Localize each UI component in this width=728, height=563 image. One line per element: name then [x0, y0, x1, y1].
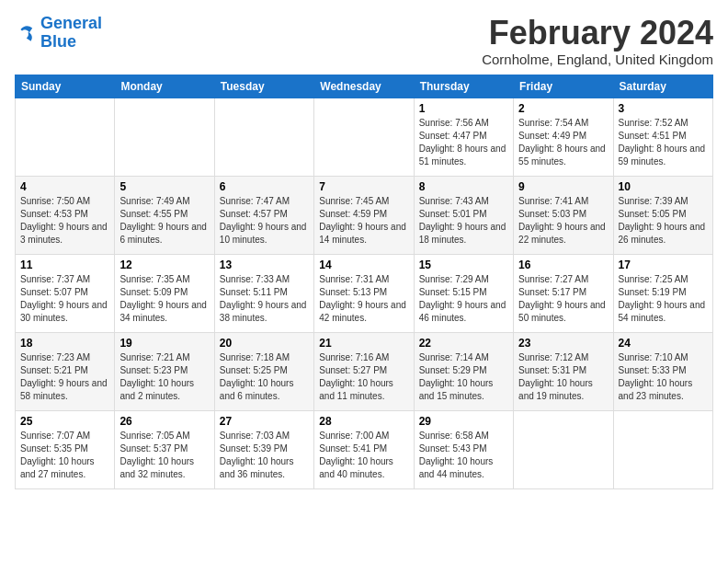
day-content: Sunrise: 7:27 AM Sunset: 5:17 PM Dayligh… [518, 273, 608, 325]
day-content: Sunrise: 7:50 AM Sunset: 4:53 PM Dayligh… [20, 195, 109, 247]
calendar-cell: 16Sunrise: 7:27 AM Sunset: 5:17 PM Dayli… [514, 254, 613, 332]
day-content: Sunrise: 7:45 AM Sunset: 4:59 PM Dayligh… [319, 195, 408, 247]
day-number: 7 [319, 180, 408, 193]
day-number: 23 [518, 337, 608, 350]
calendar-cell: 27Sunrise: 7:03 AM Sunset: 5:39 PM Dayli… [214, 410, 313, 488]
day-number: 1 [419, 102, 508, 115]
calendar-cell [214, 98, 313, 176]
calendar-cell: 22Sunrise: 7:14 AM Sunset: 5:29 PM Dayli… [414, 332, 513, 410]
calendar-cell [613, 410, 712, 488]
day-content: Sunrise: 7:16 AM Sunset: 5:27 PM Dayligh… [319, 351, 408, 403]
day-content: Sunrise: 7:10 AM Sunset: 5:33 PM Dayligh… [619, 351, 708, 403]
day-content: Sunrise: 7:52 AM Sunset: 4:51 PM Dayligh… [619, 117, 708, 168]
day-number: 25 [20, 415, 109, 428]
calendar-cell: 25Sunrise: 7:07 AM Sunset: 5:35 PM Dayli… [16, 410, 115, 488]
day-content: Sunrise: 7:14 AM Sunset: 5:29 PM Dayligh… [419, 351, 508, 403]
calendar-cell: 13Sunrise: 7:33 AM Sunset: 5:11 PM Dayli… [214, 254, 313, 332]
day-content: Sunrise: 7:00 AM Sunset: 5:41 PM Dayligh… [319, 430, 408, 481]
day-content: Sunrise: 7:21 AM Sunset: 5:23 PM Dayligh… [119, 351, 209, 403]
calendar-cell: 7Sunrise: 7:45 AM Sunset: 4:59 PM Daylig… [314, 176, 414, 254]
calendar-cell: 12Sunrise: 7:35 AM Sunset: 5:09 PM Dayli… [115, 254, 214, 332]
day-header-thursday: Thursday [414, 75, 513, 98]
title-block: February 2024 Cornholme, England, United… [482, 15, 713, 67]
calendar-cell: 19Sunrise: 7:21 AM Sunset: 5:23 PM Dayli… [115, 332, 214, 410]
day-number: 6 [220, 180, 309, 193]
calendar-week-1: 1Sunrise: 7:56 AM Sunset: 4:47 PM Daylig… [16, 98, 713, 176]
day-content: Sunrise: 7:25 AM Sunset: 5:19 PM Dayligh… [619, 273, 708, 325]
day-content: Sunrise: 7:39 AM Sunset: 5:05 PM Dayligh… [619, 195, 708, 247]
day-number: 9 [518, 180, 608, 193]
calendar-cell: 21Sunrise: 7:16 AM Sunset: 5:27 PM Dayli… [314, 332, 414, 410]
day-content: Sunrise: 7:05 AM Sunset: 5:37 PM Dayligh… [119, 430, 209, 481]
day-number: 4 [20, 180, 109, 193]
day-number: 22 [419, 337, 508, 350]
day-content: Sunrise: 7:31 AM Sunset: 5:13 PM Dayligh… [319, 273, 408, 325]
day-number: 18 [20, 337, 109, 350]
page-header: General Blue February 2024 Cornholme, En… [15, 15, 713, 67]
day-number: 29 [419, 415, 508, 428]
calendar-cell: 1Sunrise: 7:56 AM Sunset: 4:47 PM Daylig… [414, 98, 513, 176]
calendar-cell [514, 410, 613, 488]
day-header-wednesday: Wednesday [314, 75, 414, 98]
calendar-cell: 14Sunrise: 7:31 AM Sunset: 5:13 PM Dayli… [314, 254, 414, 332]
day-number: 17 [619, 259, 708, 271]
day-content: Sunrise: 7:33 AM Sunset: 5:11 PM Dayligh… [220, 273, 309, 325]
day-content: Sunrise: 7:47 AM Sunset: 4:57 PM Dayligh… [220, 195, 309, 247]
calendar-cell: 2Sunrise: 7:54 AM Sunset: 4:49 PM Daylig… [514, 98, 613, 176]
day-content: Sunrise: 7:56 AM Sunset: 4:47 PM Dayligh… [419, 117, 508, 168]
day-header-tuesday: Tuesday [214, 75, 313, 98]
day-content: Sunrise: 7:23 AM Sunset: 5:21 PM Dayligh… [20, 351, 109, 403]
day-content: Sunrise: 7:41 AM Sunset: 5:03 PM Dayligh… [518, 195, 608, 247]
calendar-week-4: 18Sunrise: 7:23 AM Sunset: 5:21 PM Dayli… [16, 332, 713, 410]
day-number: 14 [319, 259, 408, 271]
day-number: 20 [220, 337, 309, 350]
calendar-cell: 24Sunrise: 7:10 AM Sunset: 5:33 PM Dayli… [613, 332, 712, 410]
calendar-week-2: 4Sunrise: 7:50 AM Sunset: 4:53 PM Daylig… [16, 176, 713, 254]
day-number: 26 [119, 415, 209, 428]
day-content: Sunrise: 7:03 AM Sunset: 5:39 PM Dayligh… [220, 430, 309, 481]
day-number: 28 [319, 415, 408, 428]
day-header-monday: Monday [115, 75, 214, 98]
day-number: 11 [20, 259, 109, 271]
day-content: Sunrise: 7:29 AM Sunset: 5:15 PM Dayligh… [419, 273, 508, 325]
day-number: 13 [220, 259, 309, 271]
calendar-cell: 6Sunrise: 7:47 AM Sunset: 4:57 PM Daylig… [214, 176, 313, 254]
calendar-cell: 29Sunrise: 6:58 AM Sunset: 5:43 PM Dayli… [414, 410, 513, 488]
day-number: 10 [619, 180, 708, 193]
day-number: 19 [119, 337, 209, 350]
calendar-cell: 20Sunrise: 7:18 AM Sunset: 5:25 PM Dayli… [214, 332, 313, 410]
day-number: 5 [119, 180, 209, 193]
logo-text: General Blue [40, 15, 102, 52]
day-content: Sunrise: 7:54 AM Sunset: 4:49 PM Dayligh… [518, 117, 608, 168]
calendar-cell [115, 98, 214, 176]
day-content: Sunrise: 7:07 AM Sunset: 5:35 PM Dayligh… [20, 430, 109, 481]
day-header-sunday: Sunday [16, 75, 115, 98]
calendar-header: SundayMondayTuesdayWednesdayThursdayFrid… [16, 75, 713, 98]
day-header-row: SundayMondayTuesdayWednesdayThursdayFrid… [16, 75, 713, 98]
calendar-cell: 26Sunrise: 7:05 AM Sunset: 5:37 PM Dayli… [115, 410, 214, 488]
day-number: 8 [419, 180, 508, 193]
calendar-cell [16, 98, 115, 176]
day-content: Sunrise: 7:43 AM Sunset: 5:01 PM Dayligh… [419, 195, 508, 247]
calendar-cell: 17Sunrise: 7:25 AM Sunset: 5:19 PM Dayli… [613, 254, 712, 332]
calendar-week-3: 11Sunrise: 7:37 AM Sunset: 5:07 PM Dayli… [16, 254, 713, 332]
calendar-cell: 18Sunrise: 7:23 AM Sunset: 5:21 PM Dayli… [16, 332, 115, 410]
calendar-cell [314, 98, 414, 176]
calendar-week-5: 25Sunrise: 7:07 AM Sunset: 5:35 PM Dayli… [16, 410, 713, 488]
day-number: 16 [518, 259, 608, 271]
day-content: Sunrise: 7:18 AM Sunset: 5:25 PM Dayligh… [220, 351, 309, 403]
calendar-cell: 28Sunrise: 7:00 AM Sunset: 5:41 PM Dayli… [314, 410, 414, 488]
calendar-cell: 15Sunrise: 7:29 AM Sunset: 5:15 PM Dayli… [414, 254, 513, 332]
day-header-saturday: Saturday [613, 75, 712, 98]
calendar-table: SundayMondayTuesdayWednesdayThursdayFrid… [15, 75, 713, 489]
logo-icon [15, 22, 37, 44]
calendar-cell: 4Sunrise: 7:50 AM Sunset: 4:53 PM Daylig… [16, 176, 115, 254]
day-content: Sunrise: 7:12 AM Sunset: 5:31 PM Dayligh… [518, 351, 608, 403]
day-content: Sunrise: 7:49 AM Sunset: 4:55 PM Dayligh… [119, 195, 209, 247]
day-number: 24 [619, 337, 708, 350]
day-number: 12 [119, 259, 209, 271]
day-content: Sunrise: 7:37 AM Sunset: 5:07 PM Dayligh… [20, 273, 109, 325]
calendar-cell: 11Sunrise: 7:37 AM Sunset: 5:07 PM Dayli… [16, 254, 115, 332]
day-header-friday: Friday [514, 75, 613, 98]
day-number: 2 [518, 102, 608, 115]
